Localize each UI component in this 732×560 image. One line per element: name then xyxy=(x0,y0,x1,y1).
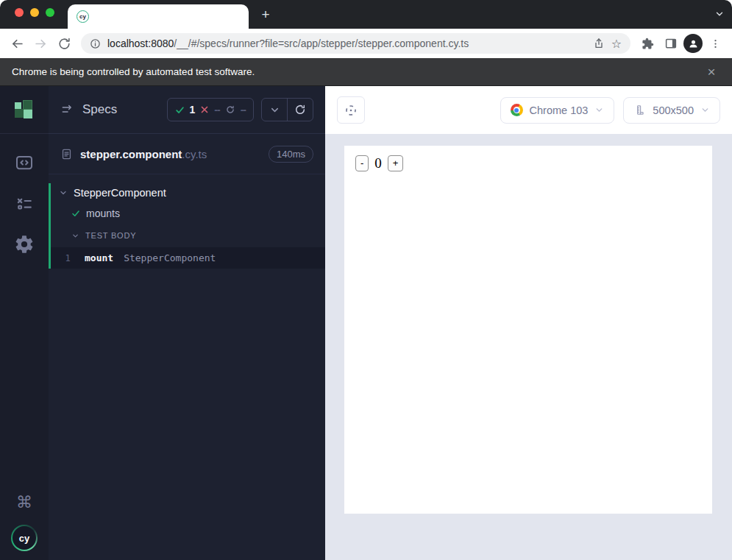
failed-count: -- xyxy=(214,104,219,116)
new-tab-button[interactable]: + xyxy=(256,5,275,24)
viewport-background: - 0 + xyxy=(325,134,732,560)
suite-row[interactable]: StepperComponent xyxy=(51,183,325,202)
command-method: mount xyxy=(85,252,113,263)
window-controls xyxy=(15,8,54,17)
passed-count: 1 xyxy=(190,104,196,116)
minimize-window-button[interactable] xyxy=(30,8,39,17)
fullscreen-window-button[interactable] xyxy=(46,8,54,17)
cypress-app-logo-icon xyxy=(15,100,35,120)
reporter-panel: Specs 1 -- -- xyxy=(49,86,325,560)
close-window-button[interactable] xyxy=(15,8,24,17)
browser-menu-icon[interactable] xyxy=(704,32,726,54)
browser-tab[interactable]: cy xyxy=(68,4,249,29)
testing-preferences-chevron-icon[interactable] xyxy=(262,99,287,121)
pending-count: -- xyxy=(241,104,246,116)
url-path: /__/#/specs/runner?file=src/app/stepper/… xyxy=(174,38,469,49)
cypress-logo-button[interactable]: cy xyxy=(11,525,38,551)
decrement-button[interactable]: - xyxy=(355,155,369,171)
stepper-value: 0 xyxy=(374,155,382,171)
reporter-actions xyxy=(261,98,313,121)
increment-button[interactable]: + xyxy=(388,155,404,171)
viewport-size-label: 500x500 xyxy=(653,104,694,116)
forward-button[interactable] xyxy=(29,32,51,54)
passed-check-icon xyxy=(175,105,185,115)
specs-panel-title: Specs xyxy=(82,102,117,117)
spec-file-extension: .cy.ts xyxy=(182,148,207,160)
bookmark-star-icon[interactable]: ☆ xyxy=(611,37,622,51)
page-info-icon[interactable] xyxy=(90,38,101,49)
suite-chevron-icon xyxy=(59,188,68,197)
profile-avatar[interactable] xyxy=(683,34,703,53)
reporter-header: Specs 1 -- -- xyxy=(49,86,325,134)
nav-specs-icon[interactable] xyxy=(13,152,35,174)
spec-document-icon xyxy=(60,148,73,160)
keyboard-shortcuts-icon[interactable]: ⌘ xyxy=(16,493,32,511)
back-button[interactable] xyxy=(6,32,28,54)
cypress-app: ⌘ cy Specs 1 -- -- xyxy=(0,86,732,560)
address-bar[interactable]: localhost:8080/__/#/specs/runner?file=sr… xyxy=(81,33,630,54)
url-text[interactable]: localhost:8080/__/#/specs/runner?file=sr… xyxy=(107,38,586,49)
chrome-logo-icon xyxy=(511,104,523,116)
command-number: 1 xyxy=(51,253,85,263)
runner-header: Chrome 103 500x500 xyxy=(325,86,732,134)
app-home-button[interactable] xyxy=(0,86,49,134)
command-log-row[interactable]: 1 mount StepperComponent xyxy=(51,247,325,269)
browser-select-dropdown[interactable]: Chrome 103 xyxy=(500,97,615,124)
pending-refresh-icon xyxy=(225,104,235,115)
aut-iframe: - 0 + xyxy=(344,146,712,514)
section-title: TEST BODY xyxy=(85,231,136,240)
suite-title: StepperComponent xyxy=(74,187,166,199)
viewport-size-dropdown[interactable]: 500x500 xyxy=(623,97,720,124)
ruler-icon xyxy=(633,104,646,116)
test-body-section-row[interactable]: TEST BODY xyxy=(51,224,325,244)
failed-x-icon xyxy=(200,105,209,114)
side-panel-icon[interactable] xyxy=(660,32,682,54)
share-icon[interactable] xyxy=(593,38,605,49)
browser-select-label: Chrome 103 xyxy=(530,104,589,116)
viewport-select-chevron-icon xyxy=(700,105,710,115)
browser-select-chevron-icon xyxy=(594,105,604,115)
rerun-tests-icon[interactable] xyxy=(288,99,313,121)
collapse-specs-list-icon[interactable] xyxy=(60,102,75,117)
crosshair-icon xyxy=(344,103,358,118)
test-tree: StepperComponent mounts TEST BODY 1 moun… xyxy=(49,174,325,560)
test-title: mounts xyxy=(86,208,120,219)
automation-banner: Chrome is being controlled by automated … xyxy=(0,58,732,86)
browser-window: cy + localhost:8080/__/#/specs/runner?fi… xyxy=(0,0,732,560)
cypress-cy-logo-icon: cy xyxy=(13,526,36,550)
app-nav-sidebar: ⌘ cy xyxy=(0,86,49,560)
spec-file-row[interactable]: stepper.component.cy.ts 140ms xyxy=(49,134,325,174)
spec-duration-badge: 140ms xyxy=(269,146,313,163)
nav-runs-icon[interactable] xyxy=(13,193,35,215)
tab-strip: cy + xyxy=(0,0,732,29)
automation-banner-text: Chrome is being controlled by automated … xyxy=(12,66,255,77)
test-passed-check-icon xyxy=(71,209,80,218)
extensions-puzzle-icon[interactable] xyxy=(636,32,658,54)
section-chevron-icon xyxy=(71,232,79,240)
tab-search-chevron-icon[interactable] xyxy=(714,9,725,22)
suite-block: StepperComponent mounts TEST BODY 1 moun… xyxy=(49,183,325,269)
test-stats: 1 -- -- xyxy=(167,98,254,121)
spec-file-name: stepper.component.cy.ts xyxy=(80,148,207,160)
banner-close-icon[interactable]: × xyxy=(703,65,720,79)
selector-playground-button[interactable] xyxy=(337,96,365,124)
cypress-favicon-icon: cy xyxy=(77,10,89,23)
browser-toolbar: localhost:8080/__/#/specs/runner?file=sr… xyxy=(0,29,732,58)
reload-button[interactable] xyxy=(53,32,75,54)
stepper-component: - 0 + xyxy=(344,146,712,171)
runner-pane: Chrome 103 500x500 - 0 + xyxy=(325,86,732,560)
nav-settings-gear-icon[interactable] xyxy=(14,234,35,255)
test-row[interactable]: mounts xyxy=(51,202,325,224)
command-message: StepperComponent xyxy=(124,252,216,263)
url-domain: localhost:8080 xyxy=(107,38,174,49)
